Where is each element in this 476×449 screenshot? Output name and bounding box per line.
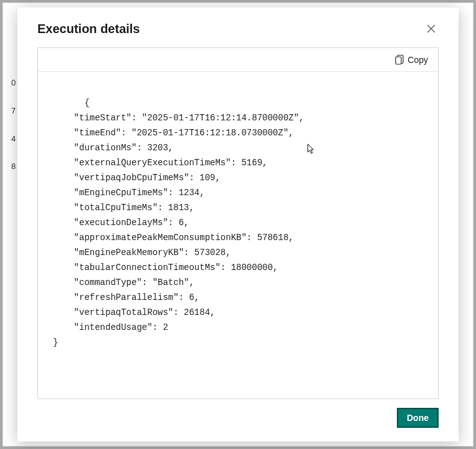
execution-details-dialog: Execution details Copy { "timeStart": "2… [17,7,459,442]
dialog-title: Execution details [37,22,140,36]
cursor-icon [307,143,315,155]
done-button[interactable]: Done [397,408,439,428]
copy-label: Copy [407,55,428,65]
panel-toolbar: Copy [38,48,438,72]
close-icon [427,24,436,33]
dialog-footer: Done [37,408,439,428]
copy-icon [395,55,404,65]
svg-rect-2 [396,57,401,64]
json-content[interactable]: { "timeStart": "2025-01-17T16:12:14.8700… [38,72,438,398]
close-button[interactable] [424,21,439,36]
details-panel: Copy { "timeStart": "2025-01-17T16:12:14… [37,47,439,399]
dialog-header: Execution details [37,21,439,36]
copy-button[interactable]: Copy [393,52,431,67]
